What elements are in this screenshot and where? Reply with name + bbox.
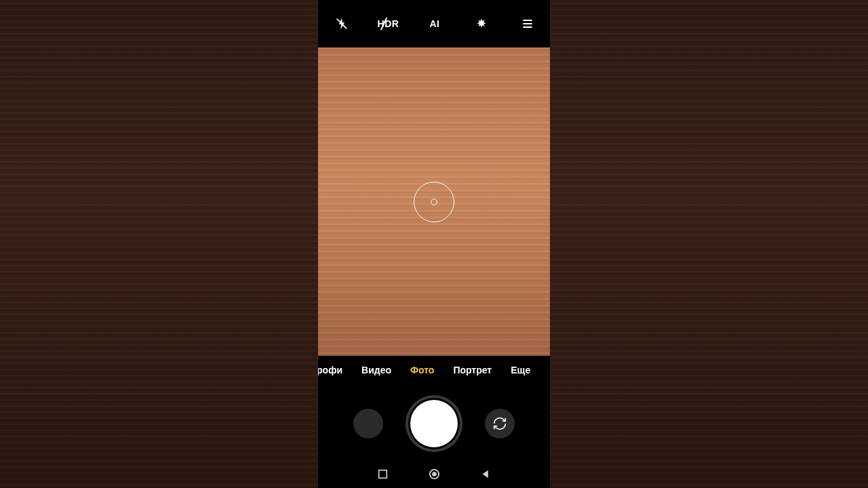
mode-portrait[interactable]: Портрет (443, 365, 501, 375)
filters-icon[interactable] (471, 14, 492, 34)
nav-back-button[interactable] (479, 468, 492, 480)
menu-icon[interactable] (517, 14, 538, 34)
svg-rect-5 (378, 470, 387, 478)
svg-marker-8 (482, 470, 488, 478)
mode-more[interactable]: Еще (501, 365, 530, 375)
nav-recent-button[interactable] (376, 468, 389, 480)
hdr-label: HDR (378, 18, 399, 29)
mode-pro[interactable]: Профи (318, 365, 352, 375)
mode-photo[interactable]: Фото (401, 365, 443, 375)
nav-home-button[interactable] (428, 468, 440, 480)
ai-label: AI (430, 18, 440, 29)
camera-mode-strip[interactable]: Профи Видео Фото Портрет Еще (318, 356, 550, 384)
switch-camera-icon (492, 416, 507, 431)
gallery-thumbnail[interactable] (353, 409, 383, 439)
switch-camera-button[interactable] (485, 409, 515, 439)
mode-video[interactable]: Видео (352, 365, 401, 375)
camera-topbar: HDR AI (318, 0, 550, 47)
ai-toggle[interactable]: AI (425, 14, 445, 34)
shutter-button[interactable] (410, 400, 458, 447)
focus-ring-icon (414, 182, 454, 222)
svg-point-7 (432, 472, 437, 476)
android-navbar (318, 460, 550, 488)
camera-viewfinder[interactable] (318, 47, 550, 356)
flash-off-icon[interactable] (332, 14, 352, 34)
hdr-toggle[interactable]: HDR (378, 14, 399, 34)
camera-controls (318, 384, 550, 460)
phone-frame: HDR AI Профи Видео Фото Портрет Еще (318, 0, 550, 488)
